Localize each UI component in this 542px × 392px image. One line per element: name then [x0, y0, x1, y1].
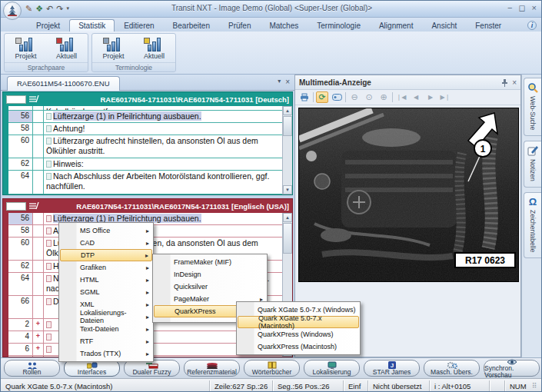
- menu-item-cad[interactable]: CAD▸: [60, 237, 152, 249]
- pin-icon[interactable]: ▾: [278, 78, 281, 86]
- dualer-fuzzy-button[interactable]: Dualer Fuzzy: [124, 360, 180, 377]
- tab-projekt[interactable]: Projekt: [27, 19, 69, 32]
- maximize-button[interactable]: ◻: [518, 3, 525, 13]
- bar-chart-icon: [107, 36, 120, 51]
- menu-item-html[interactable]: HTML▸: [60, 274, 152, 286]
- scroll-up-icon[interactable]: ▲: [283, 213, 292, 222]
- resize-grip[interactable]: ⠿: [532, 380, 542, 392]
- tab-web-suche[interactable]: Web-Suche: [524, 78, 542, 136]
- transit-logo-icon: [6, 5, 18, 17]
- table-row[interactable]: 62 Hinweis:: [8, 158, 282, 171]
- tab-zeichentabelle[interactable]: Ω Zeichentabelle: [524, 192, 542, 258]
- application-menu-button[interactable]: [3, 2, 22, 20]
- expand-plus[interactable]: +: [33, 356, 44, 357]
- tab-notizen[interactable]: Notizen: [524, 141, 542, 188]
- menu-item-lokalisierungs-dateien[interactable]: Lokalisierungs-Dateien▸: [60, 311, 152, 323]
- segment-number: 64: [8, 273, 33, 295]
- segment-marks-icon: [29, 95, 39, 103]
- submenu-arrow-icon: ▸: [146, 350, 149, 357]
- tab-bearbeiten[interactable]: Bearbeiten: [164, 19, 219, 32]
- zoom-out-icon[interactable]: ⊖: [348, 91, 361, 103]
- menu-item-indesign[interactable]: InDesign: [154, 268, 266, 281]
- star-james-button[interactable]: J STAR James: [364, 360, 420, 377]
- synchron-vorschau-button[interactable]: Synchron. Vorschau: [484, 360, 540, 377]
- document-tab[interactable]: RAE6011M54-1100670.ENU: [7, 76, 120, 91]
- table-row[interactable]: 64 Nach Abschluss der Arbeiten Motorölst…: [8, 171, 282, 194]
- zoom-reset-icon[interactable]: ⊙: [363, 91, 375, 103]
- interfaces-button[interactable]: Interfaces: [64, 360, 120, 377]
- segment-start-icon: [46, 321, 52, 328]
- segment-start-icon: [46, 215, 52, 222]
- menu-item-text-dateien[interactable]: Text-Dateien▸: [60, 323, 152, 335]
- expand-plus[interactable]: +: [33, 344, 44, 355]
- menu-item-quicksilver[interactable]: Quicksilver: [154, 281, 266, 293]
- menu-item-sgml[interactable]: SGML▸: [60, 286, 152, 298]
- tab-alignment[interactable]: Alignment: [370, 19, 422, 32]
- segment-start-icon: [46, 125, 52, 132]
- multimedia-panel-header: Multimedia-Anzeige ×: [295, 75, 520, 90]
- statistics-current-button[interactable]: Aktuell: [50, 35, 83, 60]
- menu-item-rtf[interactable]: RTF▸: [60, 335, 152, 347]
- status-line-col: Zeile:627 Sp.:26: [209, 380, 272, 392]
- segment-filter-box[interactable]: [6, 95, 26, 104]
- scrollbar-thumb[interactable]: [283, 223, 292, 254]
- menu-item-ms-office[interactable]: MS Office▸: [60, 224, 152, 237]
- refresh-sync-icon[interactable]: ⟳: [316, 91, 328, 103]
- segment-number: 60: [8, 135, 33, 158]
- menu-item-quarkxpress-macintosh[interactable]: QuarkXPress (Macintosh): [238, 341, 359, 353]
- print-icon[interactable]: [298, 91, 311, 103]
- minimize-button[interactable]: −: [507, 3, 512, 13]
- close-panel-icon[interactable]: ×: [512, 78, 517, 87]
- menu-item-xgate-macintosh[interactable]: Quark XGate 5.0-7.x (Macintosh): [238, 316, 359, 328]
- status-bar: Quark XGate 5.0-7.x (Macintosh) Zeile:62…: [1, 378, 542, 392]
- segment-filter-box[interactable]: [6, 202, 26, 211]
- menu-item-quarkxpress-windows[interactable]: QuarkXPress (Windows): [238, 328, 359, 341]
- tab-statistik[interactable]: Statistik: [69, 19, 115, 32]
- tab-terminologie[interactable]: Terminologie: [308, 19, 370, 32]
- menu-item-grafiken[interactable]: Grafiken▸: [60, 261, 152, 274]
- next-image-icon[interactable]: ▶: [424, 91, 437, 103]
- referenzmaterial-button[interactable]: Referenzmaterial: [184, 360, 240, 377]
- table-row[interactable]: 56 Lüfterzarge (1) in Pfeilrichtung ausb…: [8, 111, 282, 123]
- tab-fenster[interactable]: Fenster: [466, 19, 510, 32]
- expand-plus[interactable]: +: [33, 331, 44, 343]
- first-image-icon[interactable]: ❘◀: [395, 91, 407, 103]
- terminology-project-button[interactable]: Projekt: [97, 35, 130, 60]
- help-icon[interactable]: i: [527, 21, 537, 30]
- terminology-current-button[interactable]: Aktuell: [138, 35, 171, 60]
- bar-chart-icon: [60, 36, 73, 51]
- tab-matches[interactable]: Matches: [260, 19, 308, 32]
- segment-number: 56: [8, 111, 33, 122]
- statistics-project-button[interactable]: Projekt: [9, 35, 42, 60]
- scrollbar-thumb[interactable]: [283, 116, 292, 136]
- tab-editieren[interactable]: Editieren: [115, 19, 163, 32]
- pin-icon[interactable]: [501, 78, 508, 87]
- source-vertical-scrollbar[interactable]: ▲ ▼: [282, 106, 292, 194]
- woerterbuecher-button[interactable]: Wörterbücher: [244, 360, 300, 377]
- callout-number: 1: [480, 144, 486, 154]
- menu-item-framemaker[interactable]: FrameMaker (MIF): [154, 256, 266, 268]
- scroll-up-icon[interactable]: ▲: [283, 106, 292, 115]
- menu-item-dtp[interactable]: DTP▸: [60, 249, 152, 261]
- submenu-arrow-icon: ▸: [146, 277, 149, 284]
- table-row[interactable]: 58 Achtung!: [8, 123, 282, 135]
- segment-text: Nach Abschluss der Arbeiten Motorölstand…: [46, 171, 269, 191]
- last-image-icon[interactable]: ▶❘: [439, 91, 451, 103]
- menu-item-trados-ttx[interactable]: Trados (TTX)▸: [60, 347, 152, 360]
- media-mode-icon[interactable]: [331, 91, 343, 103]
- expand-plus[interactable]: +: [33, 319, 44, 331]
- rollen-button[interactable]: Rollen: [4, 360, 60, 377]
- zoom-in-icon[interactable]: ⊕: [377, 91, 390, 103]
- tab-ansicht[interactable]: Ansicht: [422, 19, 466, 32]
- close-button[interactable]: ×: [532, 3, 537, 13]
- scroll-down-icon[interactable]: ▼: [283, 185, 292, 194]
- masch-uebers-button[interactable]: Masch. Übers.: [424, 360, 480, 377]
- target-file-title: RAE6017N54-1711031\RAE6017N54-1711031 [E…: [42, 202, 289, 211]
- tab-pruefen[interactable]: Prüfen: [219, 19, 260, 32]
- previous-image-icon[interactable]: ◀: [410, 91, 422, 103]
- close-editor-icon[interactable]: ×: [285, 78, 290, 86]
- lokalisierung-button[interactable]: Lokalisierung: [304, 360, 360, 377]
- segment-start-icon: [46, 138, 52, 145]
- bar-chart-icon: [19, 36, 32, 51]
- table-row[interactable]: 60 Lüfterzarge aufrecht hinstellen, da a…: [8, 135, 282, 158]
